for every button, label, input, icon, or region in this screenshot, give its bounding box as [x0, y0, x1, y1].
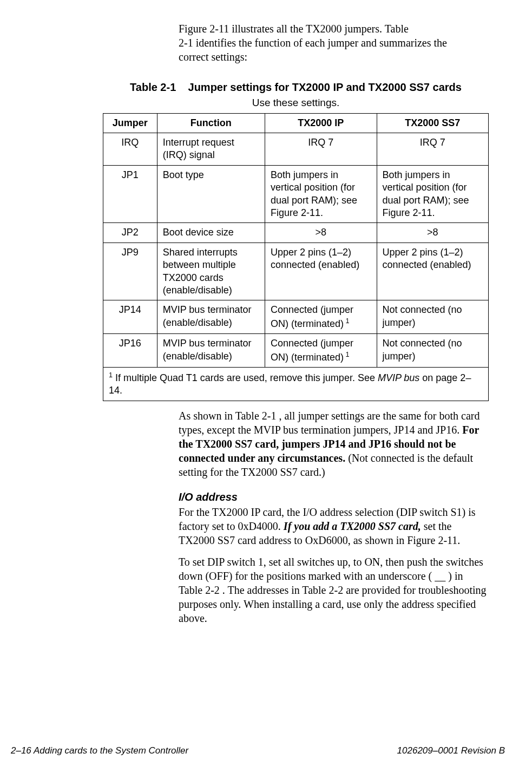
col-ip: TX2000 IP — [265, 113, 377, 133]
cell-ip: IRQ 7 — [265, 133, 377, 166]
io-para-1: For the TX2000 IP card, the I/O address … — [179, 505, 489, 547]
col-ss7: TX2000 SS7 — [377, 113, 489, 133]
table-header-row: Jumper Function TX2000 IP TX2000 SS7 — [103, 113, 489, 133]
table-footnote: 1 If multiple Quad T1 cards are used, re… — [103, 367, 489, 401]
cell-jumper: JP9 — [103, 243, 157, 300]
cell-ss7: Upper 2 pins (1–2) connected (enabled) — [377, 243, 489, 300]
footnote-italic: MVIP bus — [378, 372, 419, 383]
intro-line2: 2-1 identifies the function of each jump… — [179, 37, 447, 49]
intro-paragraph: Figure 2-11 illustrates all the TX2000 j… — [179, 22, 489, 64]
cell-ss7: >8 — [377, 223, 489, 243]
cell-ss7: Not connected (no jumper) — [377, 300, 489, 334]
footnote-text-pre: If multiple Quad T1 cards are used, remo… — [113, 372, 378, 383]
cell-function: Shared interrupts between multiple TX200… — [157, 243, 265, 300]
table-subcaption: Use these settings. — [103, 96, 489, 110]
io-para-2: To set DIP switch 1, set all switches up… — [179, 555, 489, 625]
table-2-1-section: Table 2-1 Jumper settings for TX2000 IP … — [103, 80, 489, 401]
cell-jumper: JP14 — [103, 300, 157, 334]
col-function: Function — [157, 113, 265, 133]
table-row: JP9Shared interrupts between multiple TX… — [103, 243, 489, 300]
cell-ss7: IRQ 7 — [377, 133, 489, 166]
table-row: IRQInterrupt request (IRQ) signalIRQ 7IR… — [103, 133, 489, 166]
cell-ip: Connected (jumper ON) (terminated) 1 — [265, 334, 377, 368]
cell-function: Boot type — [157, 165, 265, 223]
p1-a: As shown in Table 2-1 , all jumper setti… — [179, 410, 480, 436]
table-footnote-row: 1 If multiple Quad T1 cards are used, re… — [103, 367, 489, 401]
table-caption: Table 2-1 Jumper settings for TX2000 IP … — [103, 80, 489, 94]
cell-function: MVIP bus terminator (enable/disable) — [157, 300, 265, 334]
cell-ss7: Not connected (no jumper) — [377, 334, 489, 368]
io-p1-bolditalic: If you add a TX2000 SS7 card, — [284, 520, 421, 532]
cell-ip: Connected (jumper ON) (terminated) 1 — [265, 300, 377, 334]
cell-ip: >8 — [265, 223, 377, 243]
table-row: JP14MVIP bus terminator (enable/disable)… — [103, 300, 489, 334]
cell-function: MVIP bus terminator (enable/disable) — [157, 334, 265, 368]
table-row: JP2Boot device size>8>8 — [103, 223, 489, 243]
cell-function: Boot device size — [157, 223, 265, 243]
cell-ss7: Both jumpers in vertical position (for d… — [377, 165, 489, 223]
cell-jumper: JP2 — [103, 223, 157, 243]
io-heading: I/O address — [179, 490, 489, 504]
cell-ip: Both jumpers in vertical position (for d… — [265, 165, 377, 223]
table-row: JP16MVIP bus terminator (enable/disable)… — [103, 334, 489, 368]
cell-jumper: IRQ — [103, 133, 157, 166]
cell-jumper: JP16 — [103, 334, 157, 368]
post-table-para: As shown in Table 2-1 , all jumper setti… — [179, 409, 489, 479]
cell-ip: Upper 2 pins (1–2) connected (enabled) — [265, 243, 377, 300]
jumper-settings-table: Jumper Function TX2000 IP TX2000 SS7 IRQ… — [103, 113, 489, 401]
intro-line1: Figure 2-11 illustrates all the TX2000 j… — [179, 23, 409, 35]
table-caption-title: Jumper settings for TX2000 IP and TX2000… — [188, 81, 462, 93]
col-jumper: Jumper — [103, 113, 157, 133]
table-caption-prefix: Table 2-1 — [130, 81, 176, 93]
footnote-marker: 1 — [109, 371, 113, 379]
cell-function: Interrupt request (IRQ) signal — [157, 133, 265, 166]
intro-line3: correct settings: — [179, 51, 247, 63]
cell-jumper: JP1 — [103, 165, 157, 223]
table-row: JP1Boot typeBoth jumpers in vertical pos… — [103, 165, 489, 223]
io-section: I/O address For the TX2000 IP card, the … — [179, 490, 489, 625]
